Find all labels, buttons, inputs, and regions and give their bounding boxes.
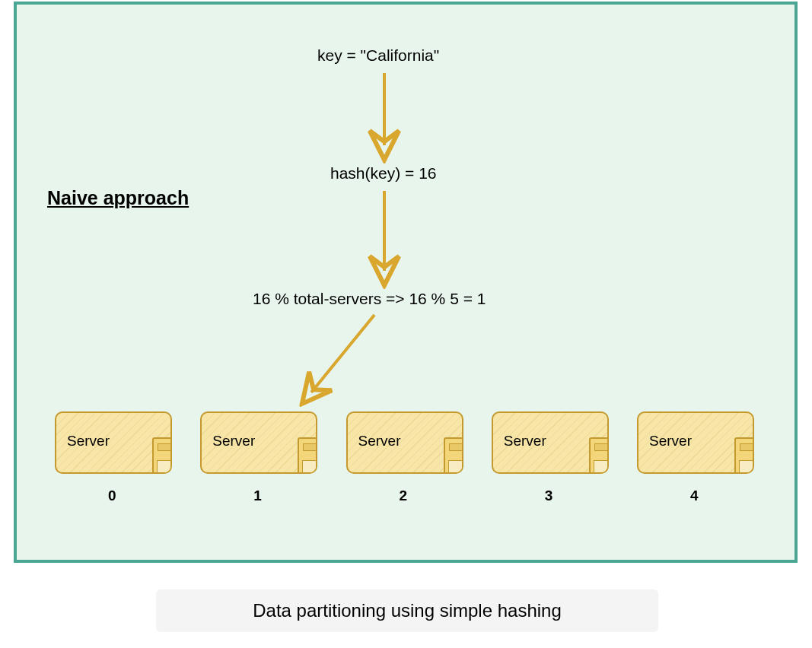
server-label: Server bbox=[67, 433, 110, 449]
caption-text: Data partitioning using simple hashing bbox=[253, 600, 562, 621]
server-4: Server 4 bbox=[637, 411, 763, 474]
caption-box: Data partitioning using simple hashing bbox=[156, 589, 658, 632]
server-tower-icon bbox=[152, 437, 172, 474]
server-label: Server bbox=[212, 433, 255, 449]
server-tower-icon bbox=[444, 437, 463, 474]
server-tower-icon bbox=[734, 437, 754, 474]
server-index: 4 bbox=[690, 488, 699, 504]
svg-line-2 bbox=[311, 315, 374, 392]
server-box: Server bbox=[55, 411, 172, 474]
step-key: key = "California" bbox=[317, 46, 439, 65]
step-mod: 16 % total-servers => 16 % 5 = 1 bbox=[253, 290, 486, 308]
server-index: 3 bbox=[545, 488, 553, 504]
server-box: Server bbox=[346, 411, 463, 474]
server-tower-icon bbox=[589, 437, 609, 474]
server-label: Server bbox=[358, 433, 401, 449]
step-hash: hash(key) = 16 bbox=[330, 164, 437, 183]
server-box: Server bbox=[200, 411, 317, 474]
approach-title: Naive approach bbox=[47, 187, 189, 209]
server-box: Server bbox=[492, 411, 609, 474]
arrows-svg bbox=[17, 5, 801, 566]
server-3: Server 3 bbox=[492, 411, 617, 474]
server-1: Server 1 bbox=[200, 411, 326, 474]
server-index: 0 bbox=[108, 488, 116, 504]
server-index: 2 bbox=[400, 488, 408, 504]
server-2: Server 2 bbox=[346, 411, 472, 474]
server-0: Server 0 bbox=[55, 411, 180, 474]
server-tower-icon bbox=[298, 437, 317, 474]
server-label: Server bbox=[649, 433, 692, 449]
server-box: Server bbox=[637, 411, 754, 474]
diagram-frame: Naive approach key = "California" hash(k… bbox=[14, 2, 798, 563]
server-row: Server 0 Server 1 Server 2 Server 3 bbox=[55, 411, 763, 474]
server-index: 1 bbox=[253, 488, 262, 504]
server-label: Server bbox=[504, 433, 546, 449]
